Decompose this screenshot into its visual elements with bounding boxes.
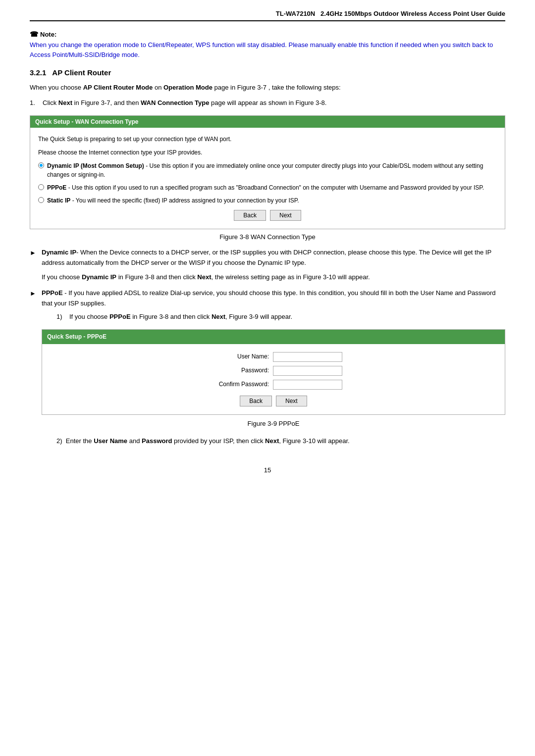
radio-static[interactable]: [38, 197, 44, 203]
bullet-pppoe: ► PPPoE - If you have applied ADSL to re…: [30, 288, 505, 446]
pppoe-password-row: Password:: [52, 366, 495, 376]
radio-pppoe[interactable]: [38, 184, 44, 190]
pppoe-back-button[interactable]: Back: [240, 396, 272, 406]
page-container: TL-WA7210N 2.4GHz 150Mbps Outdoor Wirele…: [0, 0, 535, 756]
step2-text: 2) Enter the User Name and Password prov…: [42, 436, 505, 447]
pppoe-confirm-input[interactable]: [273, 380, 342, 390]
wan-option-pppoe: PPPoE - Use this option if you used to r…: [38, 183, 497, 192]
pppoe-password-input[interactable]: [273, 366, 342, 376]
dynamic-ip-text1: Dynamic IP- When the Device connects to …: [42, 248, 505, 268]
note-icon: ☎: [30, 30, 38, 38]
pppoe-username-label: User Name:: [205, 352, 269, 361]
steps-list: 1. Click Next in Figure 3-7, and then WA…: [30, 98, 505, 108]
wan-option-dynamic: Dynamic IP (Most Common Setup) - Use thi…: [38, 161, 497, 179]
wan-option-static: Static IP - You will need the specific (…: [38, 196, 497, 205]
section-title: 3.2.1 AP Client Router: [30, 68, 505, 77]
header-subtitle: 2.4GHz 150Mbps Outdoor Wireless Access P…: [321, 10, 505, 17]
wan-box-body: The Quick Setup is preparing to set up y…: [30, 128, 505, 229]
pppoe-buttons: Back Next: [52, 396, 495, 409]
note-label: ☎ Note:: [30, 30, 505, 38]
wan-box-buttons: Back Next: [38, 210, 497, 224]
header-model: TL-WA7210N: [276, 10, 315, 17]
wan-intro-2: Please choose the Internet connection ty…: [38, 148, 497, 157]
section-intro: When you choose AP Client Router Mode on…: [30, 83, 505, 93]
note-text: When you change the operation mode to Cl…: [30, 40, 505, 59]
radio-dynamic[interactable]: [38, 162, 44, 168]
header-title: TL-WA7210N 2.4GHz 150Mbps Outdoor Wirele…: [276, 10, 505, 17]
pppoe-confirm-row: Confirm Password:: [52, 380, 495, 390]
note-section: ☎ Note: When you change the operation mo…: [30, 30, 505, 59]
arrow-icon-2: ►: [30, 289, 38, 299]
wan-next-button[interactable]: Next: [270, 210, 301, 221]
pppoe-box-header: Quick Setup - PPPoE: [42, 330, 505, 344]
section-heading: AP Client Router: [52, 68, 111, 77]
wan-box-header: Quick Setup - WAN Connection Type: [30, 116, 505, 128]
pppoe-box: Quick Setup - PPPoE User Name: Password:…: [42, 329, 505, 415]
figure-38-caption: Figure 3-8 WAN Connection Type: [30, 233, 505, 241]
pppoe-password-label: Password:: [205, 366, 269, 375]
pppoe-box-body: User Name: Password: Confirm Password:: [42, 344, 505, 414]
pppoe-confirm-label: Confirm Password:: [205, 380, 269, 389]
wan-connection-box: Quick Setup - WAN Connection Type The Qu…: [30, 115, 505, 229]
arrow-icon-1: ►: [30, 248, 38, 258]
bullet-dynamic-ip: ► Dynamic IP- When the Device connects t…: [30, 248, 505, 282]
pppoe-sub-list: 1) If you choose PPPoE in Figure 3-8 and…: [42, 312, 505, 322]
pppoe-text1: PPPoE - If you have applied ADSL to real…: [42, 288, 505, 309]
pppoe-sub-step-1: 1) If you choose PPPoE in Figure 3-8 and…: [56, 312, 505, 322]
pppoe-username-row: User Name:: [52, 352, 495, 362]
wan-intro-1: The Quick Setup is preparing to set up y…: [38, 135, 497, 144]
header-bar: TL-WA7210N 2.4GHz 150Mbps Outdoor Wirele…: [30, 10, 505, 21]
pppoe-next-button[interactable]: Next: [276, 396, 307, 406]
bullet-list: ► Dynamic IP- When the Device connects t…: [30, 248, 505, 447]
page-number: 15: [30, 466, 505, 474]
figure-39-caption: Figure 3-9 PPPoE: [42, 419, 505, 429]
step-1: 1. Click Next in Figure 3-7, and then WA…: [30, 98, 505, 108]
dynamic-ip-text2: If you choose Dynamic IP in Figure 3-8 a…: [42, 272, 505, 283]
wan-back-button[interactable]: Back: [234, 210, 266, 221]
section-number: 3.2.1: [30, 68, 46, 77]
pppoe-username-input[interactable]: [273, 352, 342, 362]
